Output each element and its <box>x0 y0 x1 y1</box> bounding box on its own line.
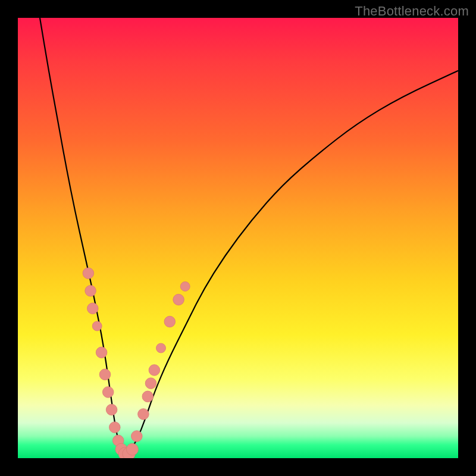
plot-area <box>18 18 458 458</box>
curve-marker <box>102 387 114 398</box>
curve-marker <box>109 422 121 433</box>
bottleneck-curve <box>40 18 458 454</box>
curve-marker <box>115 443 127 455</box>
curve-marker <box>173 294 184 305</box>
chart-svg <box>18 18 458 458</box>
curve-marker <box>156 343 166 353</box>
curve-marker <box>99 369 111 380</box>
curve-marker <box>96 347 107 358</box>
curve-marker <box>126 443 138 455</box>
curve-marker <box>142 391 154 402</box>
outer-frame: TheBottleneck.com <box>0 0 476 476</box>
curve-marker <box>145 378 156 389</box>
curve-marker <box>118 447 131 458</box>
curve-marker <box>180 281 190 291</box>
curve-marker <box>112 435 124 446</box>
curve-marker <box>123 447 135 458</box>
curve-marker <box>92 321 102 331</box>
curve-marker <box>87 303 99 314</box>
curve-marker <box>164 316 176 327</box>
curve-marker <box>83 268 94 279</box>
curve-marker <box>85 286 96 297</box>
curve-marker <box>138 409 149 420</box>
watermark-text: TheBottleneck.com <box>355 4 469 19</box>
curve-markers <box>83 268 190 458</box>
curve-marker <box>131 431 143 442</box>
curve-marker <box>149 365 160 376</box>
curve-marker <box>106 404 117 415</box>
